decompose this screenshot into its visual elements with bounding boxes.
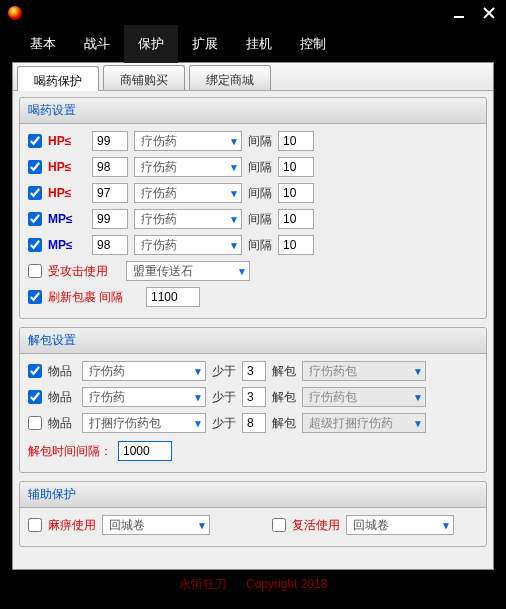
main-menu: 基本战斗保护扩展挂机控制	[0, 26, 506, 62]
interval-label: 间隔	[248, 237, 272, 254]
potion-checkbox[interactable]	[28, 212, 42, 226]
threshold-label: MP≤	[48, 238, 86, 252]
close-button[interactable]	[476, 3, 502, 23]
threshold-input[interactable]	[92, 157, 128, 177]
potion-item-combo[interactable]: 疗伤药▼	[134, 235, 242, 255]
potion-row: MP≤疗伤药▼间隔	[28, 234, 478, 256]
sub-tab-1[interactable]: 商铺购买	[103, 65, 185, 90]
unpack-item-combo[interactable]: 打捆疗伤药包▼	[82, 413, 206, 433]
potion-row: MP≤疗伤药▼间隔	[28, 208, 478, 230]
paralyze-label: 麻痹使用	[48, 517, 96, 534]
assist-protect-group: 辅助保护 麻痹使用 回城卷▼ 复活使用 回城卷▼	[19, 481, 487, 547]
interval-input[interactable]	[278, 157, 314, 177]
attack-use-checkbox[interactable]	[28, 264, 42, 278]
refresh-bag-input[interactable]	[146, 287, 200, 307]
menu-item-0[interactable]: 基本	[16, 25, 70, 63]
unpack-item-combo[interactable]: 疗伤药▼	[82, 361, 206, 381]
threshold-input[interactable]	[92, 235, 128, 255]
revive-checkbox[interactable]	[272, 518, 286, 532]
footer-copyright: Copyright 2018	[246, 577, 327, 591]
content-panel: 喝药保护商铺购买绑定商城 喝药设置 HP≤疗伤药▼间隔HP≤疗伤药▼间隔HP≤疗…	[12, 62, 494, 570]
unpack-checkbox[interactable]	[28, 390, 42, 404]
potion-item-combo[interactable]: 疗伤药▼	[134, 157, 242, 177]
pack-combo[interactable]: 超级打捆疗伤药▼	[302, 413, 426, 433]
menu-item-4[interactable]: 挂机	[232, 25, 286, 63]
svg-rect-0	[454, 16, 464, 18]
potion-row: HP≤疗伤药▼间隔	[28, 156, 478, 178]
chevron-down-icon: ▼	[413, 392, 423, 403]
potion-item-combo[interactable]: 疗伤药▼	[134, 131, 242, 151]
unpack-checkbox[interactable]	[28, 416, 42, 430]
footer-brand: 永恒狂刀	[179, 577, 227, 591]
chevron-down-icon: ▼	[193, 392, 203, 403]
menu-item-5[interactable]: 控制	[286, 25, 340, 63]
chevron-down-icon: ▼	[229, 188, 239, 199]
chevron-down-icon: ▼	[441, 520, 451, 531]
qty-input[interactable]	[242, 361, 266, 381]
potion-row: HP≤疗伤药▼间隔	[28, 130, 478, 152]
interval-label: 间隔	[248, 185, 272, 202]
potion-checkbox[interactable]	[28, 160, 42, 174]
menu-item-1[interactable]: 战斗	[70, 25, 124, 63]
window-controls	[446, 3, 502, 23]
minimize-button[interactable]	[446, 3, 472, 23]
refresh-bag-checkbox[interactable]	[28, 290, 42, 304]
interval-input[interactable]	[278, 131, 314, 151]
unpack-interval-input[interactable]	[118, 441, 172, 461]
threshold-label: MP≤	[48, 212, 86, 226]
paralyze-item-combo[interactable]: 回城卷▼	[102, 515, 210, 535]
potion-item-combo[interactable]: 疗伤药▼	[134, 183, 242, 203]
refresh-bag-label: 刷新包裹 间隔	[48, 289, 140, 306]
less-label: 少于	[212, 363, 236, 380]
interval-label: 间隔	[248, 133, 272, 150]
chevron-down-icon: ▼	[413, 418, 423, 429]
sub-tab-2[interactable]: 绑定商城	[189, 65, 271, 90]
unpack-label: 解包	[272, 389, 296, 406]
item-label: 物品	[48, 389, 76, 406]
qty-input[interactable]	[242, 387, 266, 407]
unpack-row: 物品疗伤药▼少于解包疗伤药包▼	[28, 360, 478, 382]
interval-input[interactable]	[278, 183, 314, 203]
threshold-input[interactable]	[92, 183, 128, 203]
chevron-down-icon: ▼	[229, 240, 239, 251]
paralyze-checkbox[interactable]	[28, 518, 42, 532]
chevron-down-icon: ▼	[193, 366, 203, 377]
item-label: 物品	[48, 415, 76, 432]
unpack-row: 物品疗伤药▼少于解包疗伤药包▼	[28, 386, 478, 408]
qty-input[interactable]	[242, 413, 266, 433]
unpack-row: 物品打捆疗伤药包▼少于解包超级打捆疗伤药▼	[28, 412, 478, 434]
threshold-label: HP≤	[48, 160, 86, 174]
group-title: 辅助保护	[20, 482, 486, 508]
potion-checkbox[interactable]	[28, 238, 42, 252]
threshold-input[interactable]	[92, 131, 128, 151]
attack-use-combo[interactable]: 盟重传送石▼	[126, 261, 250, 281]
interval-label: 间隔	[248, 211, 272, 228]
revive-item-combo[interactable]: 回城卷▼	[346, 515, 454, 535]
group-title: 喝药设置	[20, 98, 486, 124]
potion-checkbox[interactable]	[28, 134, 42, 148]
potion-checkbox[interactable]	[28, 186, 42, 200]
pack-combo[interactable]: 疗伤药包▼	[302, 387, 426, 407]
footer: 永恒狂刀 Copyright 2018	[0, 576, 506, 593]
sub-tab-0[interactable]: 喝药保护	[17, 66, 99, 91]
unpack-label: 解包	[272, 363, 296, 380]
less-label: 少于	[212, 389, 236, 406]
interval-input[interactable]	[278, 235, 314, 255]
group-title: 解包设置	[20, 328, 486, 354]
unpack-item-combo[interactable]: 疗伤药▼	[82, 387, 206, 407]
unpack-checkbox[interactable]	[28, 364, 42, 378]
interval-input[interactable]	[278, 209, 314, 229]
unpack-label: 解包	[272, 415, 296, 432]
menu-item-3[interactable]: 扩展	[178, 25, 232, 63]
unpack-interval-row: 解包时间间隔：	[28, 440, 478, 462]
pack-combo[interactable]: 疗伤药包▼	[302, 361, 426, 381]
potion-row: HP≤疗伤药▼间隔	[28, 182, 478, 204]
threshold-input[interactable]	[92, 209, 128, 229]
chevron-down-icon: ▼	[237, 266, 247, 277]
menu-item-2[interactable]: 保护	[124, 25, 178, 63]
chevron-down-icon: ▼	[413, 366, 423, 377]
sub-tabs: 喝药保护商铺购买绑定商城	[13, 63, 493, 91]
potion-item-combo[interactable]: 疗伤药▼	[134, 209, 242, 229]
chevron-down-icon: ▼	[197, 520, 207, 531]
app-icon	[8, 6, 22, 20]
